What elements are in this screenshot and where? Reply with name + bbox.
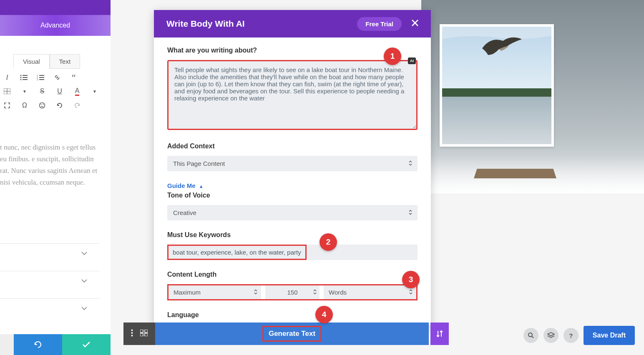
svg-point-21: [131, 330, 133, 331]
svg-point-2: [20, 77, 22, 78]
annotation-2: 2: [319, 233, 337, 251]
layout-icon[interactable]: [140, 330, 148, 338]
tone-select[interactable]: Creative: [167, 205, 418, 220]
free-trial-badge[interactable]: Free Trial: [357, 17, 402, 31]
expand-icon[interactable]: [3, 101, 12, 110]
undo-icon[interactable]: [55, 101, 64, 110]
svg-line-29: [532, 336, 533, 338]
triangle-up-icon: ▲: [199, 184, 204, 189]
number-list-icon[interactable]: 123: [36, 73, 45, 82]
tab-visual[interactable]: Visual: [13, 54, 50, 69]
svg-rect-19: [442, 88, 551, 97]
bullet-list-icon[interactable]: [19, 73, 28, 82]
svg-rect-26: [140, 333, 143, 336]
chevron-down-icon: [81, 249, 88, 258]
confirm-button[interactable]: [62, 334, 111, 355]
toolbar-row-3: Ω: [0, 101, 82, 110]
length-number-input[interactable]: [265, 285, 319, 299]
editor-left-panel: Advanced Visual Text I 123 “ ▼ S U A ▼: [0, 0, 111, 355]
added-context-label: Added Context: [167, 142, 418, 150]
close-icon[interactable]: [409, 18, 421, 29]
left-action-spacer: [0, 334, 14, 355]
svg-rect-7: [39, 75, 44, 76]
svg-rect-25: [145, 330, 148, 332]
save-draft-button[interactable]: Save Draft: [584, 326, 635, 345]
italic-icon[interactable]: I: [3, 73, 12, 82]
help-button[interactable]: ?: [564, 328, 579, 343]
link-icon[interactable]: [53, 73, 62, 82]
underline-icon[interactable]: U: [55, 87, 64, 96]
svg-point-15: [40, 103, 45, 108]
svg-rect-20: [442, 97, 551, 144]
keywords-input-row: boat tour, experience, lake, on the wate…: [167, 245, 418, 260]
bottom-bar-tools: [123, 322, 155, 345]
keywords-label: Must Use Keywords: [167, 231, 418, 239]
tone-select-wrap: Creative: [167, 205, 418, 220]
added-context-select[interactable]: This Page Content: [167, 156, 418, 171]
prompt-label: What are you writing about?: [167, 47, 418, 54]
annotation-3: 3: [402, 271, 420, 288]
generate-text-label: Generate Text: [262, 326, 322, 342]
chevron-down-icon: [81, 276, 88, 285]
svg-point-28: [528, 333, 532, 337]
redo-icon[interactable]: [73, 101, 82, 110]
annotation-4: 4: [315, 306, 333, 323]
guide-me-label: Guide Me: [167, 182, 196, 189]
generate-text-button[interactable]: Generate Text: [155, 322, 429, 345]
editor-mode-tabs: Visual Text: [13, 54, 80, 69]
left-purple-stripe: [0, 0, 111, 15]
prompt-textarea-wrap: Tell people what sights they are likely …: [167, 60, 418, 132]
svg-point-17: [43, 104, 44, 105]
length-type-select[interactable]: Maximum: [169, 285, 261, 299]
svg-rect-1: [23, 75, 28, 76]
accordion-row-1[interactable]: [0, 243, 99, 262]
accordion-row-2[interactable]: [0, 271, 99, 290]
bottom-action-bar: Generate Text: [123, 322, 449, 345]
svg-rect-3: [23, 77, 28, 78]
left-bottom-actions: [0, 334, 111, 355]
emoji-icon[interactable]: [38, 101, 47, 110]
ai-badge: AI: [408, 58, 416, 64]
swap-button[interactable]: [430, 322, 449, 345]
dropdown-caret-icon[interactable]: ▼: [20, 87, 29, 96]
advanced-tab[interactable]: Advanced: [0, 15, 111, 36]
quote-icon[interactable]: “: [69, 73, 78, 82]
kebab-icon[interactable]: [131, 329, 133, 338]
svg-rect-11: [39, 79, 44, 80]
refresh-button[interactable]: [14, 334, 62, 355]
svg-rect-5: [23, 79, 28, 80]
accordion-row-3[interactable]: [0, 298, 99, 318]
length-unit-select[interactable]: Words: [324, 285, 416, 299]
prompt-textarea[interactable]: Tell people what sights they are likely …: [167, 60, 418, 130]
omega-icon[interactable]: Ω: [20, 101, 29, 110]
svg-text:3: 3: [37, 78, 38, 80]
svg-point-22: [131, 332, 133, 334]
svg-rect-9: [39, 77, 44, 78]
strikethrough-icon[interactable]: S: [38, 87, 47, 96]
right-bottom-actions: ? Save Draft: [523, 326, 635, 345]
search-button[interactable]: [523, 328, 538, 343]
chevron-down-icon: [81, 304, 88, 312]
layers-button[interactable]: [543, 328, 558, 343]
svg-point-4: [20, 79, 22, 80]
length-label: Content Length: [167, 271, 418, 278]
text-color-icon[interactable]: A: [73, 87, 82, 96]
guide-me-toggle[interactable]: Guide Me ▲: [167, 182, 418, 189]
added-context-select-wrap: This Page Content: [167, 156, 418, 171]
dock-graphic: [474, 169, 556, 178]
annotation-1: 1: [384, 48, 401, 65]
inset-lake-photo: [440, 24, 554, 147]
svg-point-23: [131, 335, 133, 337]
tab-text[interactable]: Text: [50, 54, 80, 69]
tone-label: Tone of Voice: [167, 192, 418, 199]
language-label: Language: [167, 311, 418, 319]
svg-point-0: [20, 75, 22, 76]
advanced-tab-label: Advanced: [40, 22, 70, 29]
keywords-input[interactable]: boat tour, experience, lake, on the wate…: [167, 245, 307, 260]
table-icon[interactable]: [3, 87, 12, 96]
toolbar-row-2: ▼ S U A ▼: [0, 87, 99, 96]
modal-body: What are you writing about? Tell people …: [154, 38, 431, 325]
modal-title: Write Body With AI: [166, 19, 357, 29]
editor-body-preview[interactable]: t nunc, nec dignissim s eget tellus eu f…: [0, 142, 98, 188]
dropdown-caret-icon-2[interactable]: ▼: [90, 87, 99, 96]
